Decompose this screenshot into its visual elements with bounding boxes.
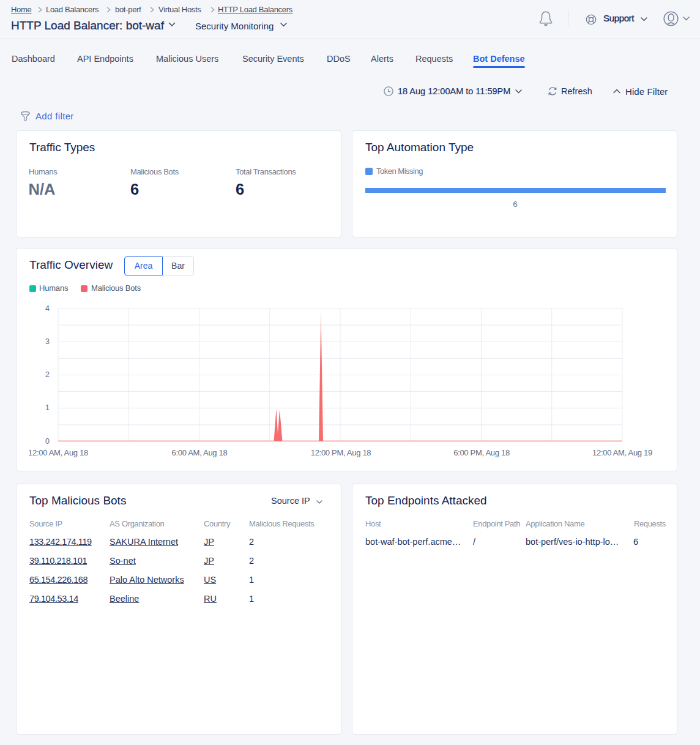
svg-text:12:00 PM, Aug 18: 12:00 PM, Aug 18 — [311, 448, 371, 457]
svg-text:6:00 AM, Aug 18: 6:00 AM, Aug 18 — [172, 448, 228, 457]
svg-text:12:00 AM, Aug 18: 12:00 AM, Aug 18 — [28, 448, 88, 457]
svg-text:4: 4 — [45, 304, 50, 313]
svg-text:12:00 AM, Aug 19: 12:00 AM, Aug 19 — [592, 448, 652, 457]
svg-text:6:00 PM, Aug 18: 6:00 PM, Aug 18 — [453, 448, 510, 457]
svg-text:1: 1 — [45, 403, 50, 412]
svg-text:0: 0 — [45, 437, 50, 446]
svg-text:2: 2 — [45, 370, 50, 379]
svg-text:3: 3 — [45, 337, 50, 346]
